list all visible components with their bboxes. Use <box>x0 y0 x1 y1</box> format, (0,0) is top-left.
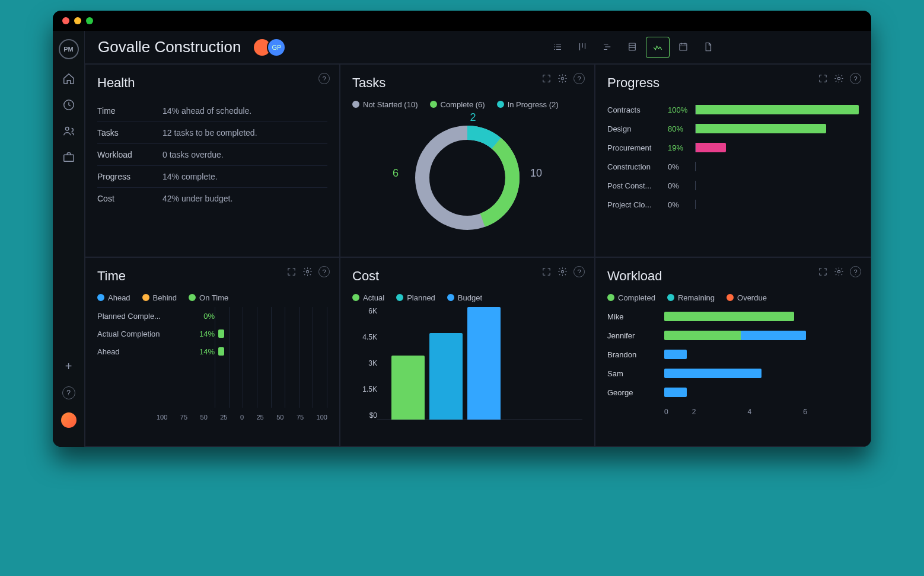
panel-help-icon[interactable]: ? <box>573 266 585 277</box>
progress-label: Contracts <box>607 105 668 114</box>
panel-workload: ? Workload Completed Remaining Overdue M… <box>595 257 871 447</box>
expand-icon[interactable] <box>541 73 552 84</box>
health-row: Time 14% ahead of schedule. <box>97 100 327 122</box>
health-value: 42% under budget. <box>163 194 232 203</box>
expand-icon[interactable] <box>818 267 828 277</box>
view-gantt-button[interactable] <box>596 37 619 57</box>
progress-label: Post Const... <box>607 181 668 190</box>
gear-icon[interactable] <box>834 267 844 277</box>
panel-help-icon[interactable]: ? <box>850 73 861 84</box>
view-calendar-button[interactable] <box>672 37 694 57</box>
cost-bar-planned <box>429 333 463 420</box>
progress-percent: 100% <box>668 105 695 114</box>
gear-icon[interactable] <box>302 267 313 277</box>
cost-legend: Actual Planned Budget <box>352 293 582 302</box>
progress-row: Contracts 100% <box>607 100 859 119</box>
health-value: 0 tasks overdue. <box>163 150 224 159</box>
svg-point-9 <box>837 77 840 79</box>
gear-icon[interactable] <box>557 73 568 84</box>
briefcase-icon[interactable] <box>62 151 75 164</box>
workload-row: Brandon <box>607 345 859 364</box>
panel-title: Health <box>97 75 327 91</box>
time-row: Actual Completion 14% <box>97 325 327 343</box>
current-user-avatar[interactable] <box>61 412 77 428</box>
view-dashboard-button[interactable] <box>646 37 670 58</box>
svg-rect-4 <box>680 43 687 50</box>
time-legend: Ahead Behind On Time <box>97 293 327 302</box>
view-files-button[interactable] <box>697 37 719 57</box>
workload-bar <box>664 369 859 378</box>
progress-percent: 0% <box>668 181 695 190</box>
panel-help-icon[interactable]: ? <box>850 266 861 277</box>
progress-bar <box>695 200 859 209</box>
health-row: Cost 42% under budget. <box>97 188 327 209</box>
cost-bar-actual <box>391 356 425 420</box>
view-switcher <box>546 37 719 58</box>
home-icon[interactable] <box>62 72 75 85</box>
progress-row: Design 80% <box>607 119 859 138</box>
legend-item: Not Started (10) <box>352 100 418 109</box>
progress-row: Construction 0% <box>607 157 859 176</box>
health-value: 14% ahead of schedule. <box>163 106 251 116</box>
progress-bar <box>695 105 859 114</box>
panel-help-icon[interactable]: ? <box>318 266 330 277</box>
progress-label: Project Clo... <box>607 200 668 209</box>
health-label: Time <box>97 106 163 116</box>
progress-percent: 19% <box>668 143 695 152</box>
health-row: Tasks 12 tasks to be completed. <box>97 122 327 144</box>
app-window: PM + ? Govalle Construction GP <box>53 11 871 447</box>
time-label: Actual Completion <box>97 329 187 338</box>
workload-row: Mike <box>607 307 859 326</box>
header-bar: Govalle Construction GP <box>85 31 871 64</box>
gear-icon[interactable] <box>834 73 844 84</box>
progress-label: Design <box>607 124 668 133</box>
health-label: Workload <box>97 150 163 159</box>
window-zoom-dot[interactable] <box>86 17 93 24</box>
workload-label: Sam <box>607 369 664 378</box>
progress-percent: 0% <box>668 200 695 209</box>
progress-bar <box>695 124 859 133</box>
time-percent: 0% <box>187 312 218 321</box>
workload-row: Jennifer <box>607 326 859 345</box>
svg-point-11 <box>561 270 563 273</box>
avatar-2[interactable]: GP <box>267 38 286 57</box>
workload-label: Mike <box>607 312 664 321</box>
panel-help-icon[interactable]: ? <box>573 73 585 84</box>
time-percent: 14% <box>187 347 218 356</box>
project-title: Govalle Construction <box>98 38 241 56</box>
clock-icon[interactable] <box>62 98 75 111</box>
donut-label-notstarted: 10 <box>530 167 542 180</box>
panel-help-icon[interactable]: ? <box>318 73 330 84</box>
svg-point-10 <box>306 270 308 273</box>
app-logo[interactable]: PM <box>59 39 79 59</box>
view-list-button[interactable] <box>546 37 569 57</box>
time-percent: 14% <box>187 329 218 338</box>
view-board-button[interactable] <box>571 37 594 57</box>
progress-percent: 80% <box>668 124 695 133</box>
progress-bar <box>695 181 859 190</box>
gear-icon[interactable] <box>557 267 568 277</box>
time-bar <box>218 329 224 338</box>
workload-bar <box>664 312 859 321</box>
health-label: Progress <box>97 172 163 181</box>
workload-row: Sam <box>607 364 859 383</box>
time-row: Ahead 14% <box>97 343 327 360</box>
people-icon[interactable] <box>62 124 75 137</box>
progress-percent: 0% <box>668 162 695 171</box>
workload-label: George <box>607 388 664 397</box>
global-help-icon[interactable]: ? <box>62 386 75 399</box>
legend-item: Complete (6) <box>430 100 485 109</box>
view-sheet-button[interactable] <box>621 37 643 57</box>
dashboard-main: ? Health Time 14% ahead of schedule. Tas… <box>85 64 871 447</box>
progress-label: Procurement <box>607 143 668 152</box>
progress-row: Project Clo... 0% <box>607 195 859 214</box>
window-minimize-dot[interactable] <box>74 17 81 24</box>
member-avatars[interactable]: GP <box>253 38 286 57</box>
expand-icon[interactable] <box>286 267 297 277</box>
workload-label: Brandon <box>607 350 664 359</box>
window-close-dot[interactable] <box>62 17 69 24</box>
expand-icon[interactable] <box>818 73 828 84</box>
tasks-donut-chart: 2 6 10 <box>396 114 539 232</box>
add-button[interactable]: + <box>65 360 72 373</box>
expand-icon[interactable] <box>541 267 552 277</box>
